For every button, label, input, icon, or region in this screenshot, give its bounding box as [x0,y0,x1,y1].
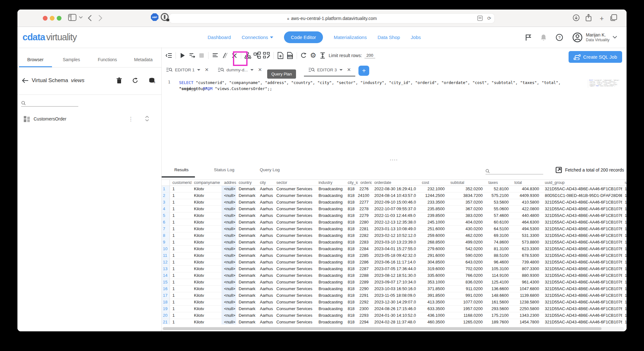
toggle-comment-icon[interactable] [220,51,229,60]
adblock-extension-icon[interactable]: ABP [151,13,158,21]
table-cell[interactable]: 357.0200 [448,199,486,205]
column-header-taxes[interactable]: taxes [486,180,512,185]
table-cell[interactable]: Consumer Services [274,259,316,265]
table-cell[interactable]: 321D55AC-AD43-4B6E-AA46-6F1CB1076FC8 [542,292,622,299]
table-cell[interactable]: Kilotv [191,292,222,299]
table-cell[interactable]: Consumer Services [274,292,316,299]
nav-item-dashboard[interactable]: Dashboard [208,35,231,40]
table-cell[interactable]: 1168.0200 [448,312,486,319]
table-cell[interactable]: Aarhus [257,199,274,205]
table-cell[interactable]: 321D55AC-AD43-4B6E-AA46-6F1CB1076FC8 [542,286,622,292]
table-cell[interactable]: 2284 [358,246,372,252]
results-tab-results[interactable]: Results [162,164,201,178]
url-bar[interactable]: 🔒︎ aws-eu-central-1.platform.datavirtual… [170,14,494,23]
table-cell[interactable]: 702.0200 [448,266,486,272]
sidebar-caret-icon[interactable] [79,16,83,19]
table-cell[interactable]: 100k [622,192,627,199]
table-cell[interactable]: Broadcasting [316,192,345,199]
password-manager-extension-icon[interactable] [161,13,169,21]
table-cell[interactable]: 836.0200 [448,279,486,285]
table-cell[interactable]: Aarhus [257,299,274,305]
column-header-city-id[interactable]: city_id [345,180,358,185]
nav-item-data-shop[interactable]: Data Shop [377,35,400,40]
table-cell[interactable]: Consumer Services [274,319,316,324]
table-cell[interactable]: 1 [170,252,191,259]
table-cell[interactable]: 2022-12-13 12:35:38.0 [372,219,419,225]
table-cell[interactable]: 352.0200 [448,186,486,192]
table-cell[interactable]: 10k [622,239,627,245]
table-cell[interactable]: Kilotv [191,219,222,225]
row-number-cell[interactable]: 19 [162,306,170,312]
table-cell[interactable]: 52.8100 [486,186,512,192]
table-cell[interactable]: 2291 [358,292,372,299]
table-cell[interactable]: Denmark [236,299,257,305]
table-cell[interactable]: 10k [622,246,627,252]
panel-splitter-handle[interactable]: •••• [162,159,627,162]
table-cell[interactable]: 251.6000 [419,226,448,232]
table-cell[interactable]: 818 [345,299,358,305]
table-cell[interactable]: 2023-03-10 13:23:39.0 [372,239,419,245]
notifications-bell-icon[interactable] [540,34,547,41]
table-cell[interactable]: 88.5100 [486,252,512,259]
table-cell[interactable]: 2300 [358,306,372,312]
chevron-down-icon[interactable] [339,69,343,71]
table-cell[interactable]: 55.0600 [486,206,512,212]
table-cell[interactable]: Aarhus [257,239,274,245]
table-cell[interactable]: 2276 [358,186,372,192]
table-cell[interactable]: Aarhus [257,319,274,324]
table-cell[interactable]: 293.5600 [486,306,512,312]
table-cell[interactable]: 321D55AC-AD43-4B6E-AA46-6F1CB1076FC8 [542,199,622,205]
table-cell[interactable]: Denmark [236,259,257,265]
table-cell[interactable]: <null> [222,259,236,265]
table-cell[interactable]: 148.6600 [486,292,512,299]
table-cell[interactable]: 60.6100 [486,219,512,225]
column-header-city[interactable]: city [257,180,274,185]
table-cell[interactable]: 383.0200 [448,212,486,219]
table-cell[interactable]: Broadcasting [316,252,345,259]
row-number-cell[interactable]: 1 [162,186,170,192]
table-cell[interactable]: 125.4100 [486,279,512,285]
row-number-cell[interactable]: 20 [162,312,170,319]
table-cell[interactable]: 1047.6800 [512,286,542,292]
close-window-button[interactable] [43,16,48,21]
row-number-cell[interactable]: 7 [162,226,170,232]
table-cell[interactable]: Denmark [236,226,257,232]
table-cell[interactable]: 304.8500 [419,259,448,265]
table-cell[interactable]: Consumer Services [274,252,316,259]
table-cell[interactable]: 2023-05-18 09:42:32.0 [372,252,419,259]
table-cell[interactable]: Kilotv [191,186,222,192]
table-cell[interactable]: Broadcasting [316,312,345,319]
column-header-country[interactable]: country [236,180,257,185]
table-cell[interactable]: Consumer Services [274,312,316,319]
table-cell[interactable]: 10k [622,212,627,219]
table-cell[interactable]: 2282 [358,232,372,239]
table-cell[interactable]: 1 [170,192,191,199]
table-cell[interactable]: Consumer Services [274,286,316,292]
editor-tab-3[interactable]: EDITOR 3✕ [304,65,356,76]
table-cell[interactable]: <null> [222,212,236,219]
table-cell[interactable]: Kilotv [191,192,222,199]
table-cell[interactable]: 57.4600 [486,212,512,219]
table-cell[interactable]: 321D55AC-AD43-4B6E-AA46-6F1CB1076FC8 [542,279,622,285]
table-cell[interactable]: 2022-11-03 12:44:49.0 [372,212,419,219]
table-cell[interactable]: Broadcasting [316,199,345,205]
table-cell[interactable]: 1139.6800 [512,292,542,299]
table-cell[interactable]: 818 [345,252,358,259]
table-cell[interactable]: 10k [622,319,627,324]
row-number-cell[interactable]: 9 [162,239,170,245]
table-cell[interactable]: <null> [222,299,236,305]
column-header-orderid[interactable]: orderid [358,180,372,185]
row-number-cell[interactable]: 8 [162,232,170,239]
table-cell[interactable]: 69.3100 [486,232,512,239]
row-number-cell[interactable]: 10 [162,246,170,252]
table-cell[interactable]: Denmark [236,212,257,219]
table-cell[interactable]: 24100 [358,192,372,199]
table-cell[interactable]: Denmark [236,206,257,212]
table-cell[interactable]: Consumer Services [274,186,316,192]
nav-item-materializations[interactable]: Materializations [334,35,367,40]
table-cell[interactable]: 10k [622,286,627,292]
row-number-cell[interactable]: 5 [162,212,170,219]
table-cell[interactable]: <null> [222,239,236,245]
table-cell[interactable]: 321D55AC-AD43-4B6E-AA46-6F1CB1076FC8 [542,259,622,265]
table-cell[interactable]: 2287 [358,266,372,272]
